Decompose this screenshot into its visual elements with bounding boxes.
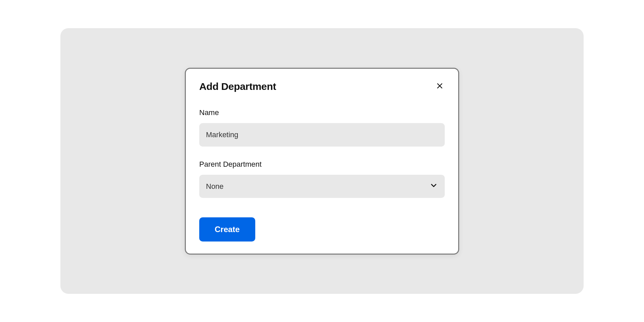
modal-header: Add Department [199, 81, 445, 92]
parent-label: Parent Department [199, 160, 445, 169]
parent-select-wrapper: None [199, 175, 445, 198]
name-field-group: Name [199, 108, 445, 147]
name-input[interactable] [199, 123, 445, 147]
modal-actions: Create [199, 217, 445, 241]
modal-title: Add Department [199, 81, 276, 92]
parent-select[interactable]: None [199, 175, 445, 198]
page-backdrop: Add Department Name Parent Department No… [60, 28, 584, 294]
create-button[interactable]: Create [199, 217, 255, 241]
parent-field-group: Parent Department None [199, 160, 445, 198]
add-department-modal: Add Department Name Parent Department No… [185, 68, 459, 255]
close-icon [436, 82, 443, 91]
close-button[interactable] [435, 81, 445, 92]
name-label: Name [199, 108, 445, 117]
